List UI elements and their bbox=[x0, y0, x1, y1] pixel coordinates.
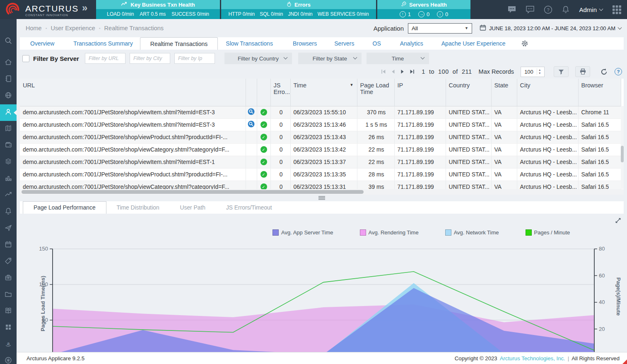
tab-slow-transactions[interactable]: Slow Transactions bbox=[219, 37, 279, 50]
sidebar-item-docs[interactable] bbox=[0, 303, 17, 320]
cell-session bbox=[246, 131, 257, 143]
subtab-page-load-performance[interactable]: Page Load Performance bbox=[23, 201, 106, 214]
table-row[interactable]: demo.arcturustech.com:7001/JPetStore/sho… bbox=[20, 168, 621, 181]
admin-menu[interactable]: Admin bbox=[579, 6, 603, 13]
panel-resize-handle[interactable] bbox=[17, 195, 627, 201]
rocket-icon bbox=[401, 1, 406, 8]
tab-transactions-summary[interactable]: Transactions Summary bbox=[67, 37, 139, 50]
col-page-load-time[interactable]: Page Load Time bbox=[357, 79, 394, 106]
first-page-icon[interactable] bbox=[381, 69, 386, 75]
sidebar-item-folder[interactable] bbox=[0, 287, 17, 303]
tab-analytics[interactable]: Analytics bbox=[394, 37, 429, 50]
breadcrumb-user-experience[interactable]: User Experience bbox=[51, 25, 95, 31]
sidebar-item-aws[interactable]: a bbox=[0, 336, 17, 353]
table-row[interactable]: demo.arcturustech.com:7001/JPetStore/sho… bbox=[20, 143, 621, 156]
sidebar-item-trends[interactable] bbox=[0, 187, 17, 204]
sidebar-item-settings[interactable] bbox=[0, 353, 17, 364]
table-row[interactable]: demo.arcturustech.com:7001/JPetStore/sho… bbox=[20, 118, 621, 131]
apps-grid-icon[interactable] bbox=[612, 5, 622, 15]
next-page-icon[interactable] bbox=[400, 69, 405, 75]
tab-realtime-transactions[interactable]: Realtime Transactions bbox=[140, 37, 218, 50]
sidebar-item-send[interactable] bbox=[0, 220, 17, 237]
sidebar-item-layers[interactable] bbox=[0, 154, 17, 171]
col-ip[interactable]: IP bbox=[394, 79, 446, 106]
tab-overview[interactable]: Overview bbox=[24, 37, 60, 50]
cell-url: demo.arcturustech.com:7001/JPetStore/sho… bbox=[20, 131, 246, 143]
breadcrumb-home[interactable]: Home bbox=[26, 25, 42, 31]
sidebar-item-tags[interactable] bbox=[0, 253, 17, 270]
subtab-user-path[interactable]: User Path bbox=[170, 201, 216, 214]
col-js-errors[interactable]: JS Erro... bbox=[270, 79, 290, 106]
brand-logo[interactable]: ARCTURUS CONSTANT INNOVATION bbox=[6, 2, 79, 19]
col-state[interactable]: State bbox=[491, 79, 517, 106]
table-row[interactable]: demo.arcturustech.com:7001/JPetStore/sho… bbox=[20, 131, 621, 143]
filter-country-select[interactable]: Filter by Country bbox=[224, 53, 292, 64]
sidebar-item-modules[interactable] bbox=[0, 320, 17, 336]
prev-page-icon[interactable] bbox=[390, 69, 396, 75]
sidebar-item-toolbox[interactable] bbox=[0, 270, 17, 287]
cell-ip: 71.171.89.199 bbox=[394, 143, 446, 156]
horizontal-scrollbar-thumb[interactable] bbox=[22, 190, 364, 194]
widget-key-business-txn-health[interactable]: Key Business Txn Health LOAD 0/min ART 0… bbox=[96, 0, 220, 19]
vertical-scrollbar-track[interactable] bbox=[621, 106, 624, 189]
subtab-time-distribution[interactable]: Time Distribution bbox=[106, 201, 170, 214]
cell-country: UNITED STAT... bbox=[446, 118, 491, 131]
horizontal-scrollbar-track[interactable] bbox=[20, 189, 624, 195]
last-page-icon[interactable] bbox=[409, 69, 415, 75]
rights-text: All Rights Reserved bbox=[572, 355, 620, 362]
sidebar-collapse-icon[interactable]: » bbox=[82, 2, 87, 14]
session-replay-icon[interactable] bbox=[248, 108, 255, 115]
tab-os[interactable]: OS bbox=[367, 37, 387, 50]
col-time[interactable]: Time▼ bbox=[290, 79, 357, 106]
chat-filled-icon[interactable] bbox=[507, 5, 516, 14]
filter-state-select[interactable]: Filter by State bbox=[298, 53, 362, 64]
sidebar-item-alerts[interactable] bbox=[0, 204, 17, 220]
notifications-bell-icon[interactable] bbox=[562, 5, 570, 14]
filter-funnel-button[interactable] bbox=[554, 66, 569, 77]
tab-apache-user-experience[interactable]: Apache User Experience bbox=[435, 37, 512, 50]
filter-url-input[interactable] bbox=[85, 53, 125, 64]
filter-city-input[interactable] bbox=[130, 53, 170, 64]
session-replay-icon[interactable] bbox=[248, 121, 255, 128]
subtab-js-errors-timeout[interactable]: JS Errors/Timeout bbox=[216, 201, 282, 214]
col-browser[interactable]: Browser bbox=[578, 79, 621, 106]
breadcrumb: Home • User Experience • Realtime Transa… bbox=[26, 25, 164, 31]
sidebar-item-search[interactable] bbox=[0, 33, 17, 50]
tab-browsers[interactable]: Browsers bbox=[287, 37, 323, 50]
refresh-icon[interactable] bbox=[600, 68, 608, 76]
sidebar-item-journal[interactable] bbox=[0, 71, 17, 88]
company-link[interactable]: Arcturus Technologies, Inc. bbox=[500, 355, 565, 362]
tab-servers[interactable]: Servers bbox=[328, 37, 360, 50]
filter-by-server-checkbox[interactable] bbox=[22, 55, 29, 62]
max-records-input[interactable] bbox=[521, 69, 537, 75]
sidebar-item-web[interactable] bbox=[0, 88, 17, 104]
filter-ip-input[interactable] bbox=[174, 53, 215, 64]
sidebar-item-user-experience[interactable] bbox=[0, 104, 17, 121]
settings-gear-icon[interactable] bbox=[521, 37, 528, 50]
amazon-icon: a bbox=[4, 340, 12, 350]
print-button[interactable] bbox=[575, 66, 590, 77]
sidebar-item-calendar[interactable] bbox=[0, 237, 17, 253]
table-help-icon[interactable]: ? bbox=[615, 68, 622, 75]
sidebar-item-bar-chart[interactable] bbox=[0, 171, 17, 187]
widget-errors[interactable]: Errors HTTP 0/min SQL 0/min JNDI 0/min W… bbox=[221, 0, 376, 19]
table-row[interactable]: demo.arcturustech.com:7001/JPetStore/sho… bbox=[20, 156, 621, 168]
col-city[interactable]: City bbox=[517, 79, 578, 106]
sidebar-item-map[interactable] bbox=[0, 121, 17, 137]
widget-servers-health[interactable]: Servers Health ↑1 →0 ↓0 bbox=[377, 0, 470, 19]
sidebar-item-home[interactable] bbox=[0, 55, 17, 71]
sidebar-item-wallet[interactable] bbox=[0, 137, 17, 154]
application-select[interactable]: All ▼ bbox=[408, 23, 472, 34]
help-icon[interactable]: ? bbox=[544, 5, 552, 14]
filter-time-select[interactable]: Time bbox=[367, 53, 429, 64]
vertical-scrollbar-thumb[interactable] bbox=[621, 146, 624, 162]
chat-outline-icon[interactable] bbox=[526, 5, 535, 14]
cell-city: Arcturus HQ - Leesb... bbox=[517, 156, 578, 168]
date-range-picker[interactable]: JUNE 18, 2023 12:00 AM - JUNE 24, 2023 1… bbox=[480, 24, 621, 32]
left-axis-tick: 150 bbox=[39, 246, 48, 252]
col-url[interactable]: URL bbox=[20, 79, 246, 106]
spinner-arrows[interactable]: ▲▼ bbox=[537, 68, 542, 75]
cell-city: Arcturus HQ - Leesb... bbox=[517, 168, 578, 181]
table-row[interactable]: demo.arcturustech.com:7001/JPetStore/sho… bbox=[20, 106, 621, 118]
col-country[interactable]: Country bbox=[446, 79, 491, 106]
